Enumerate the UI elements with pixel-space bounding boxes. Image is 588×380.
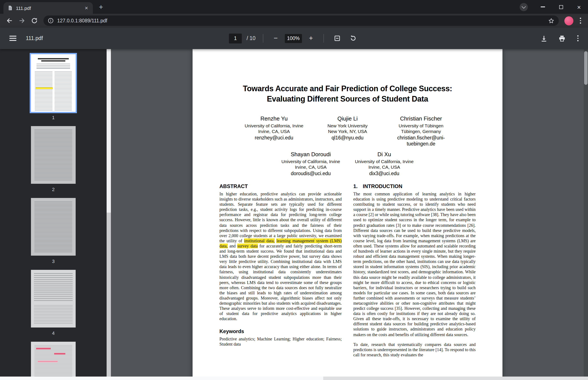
- reload-button[interactable]: [28, 15, 40, 26]
- author-affiliation: University of California, Irvine: [237, 123, 311, 129]
- url-text[interactable]: 127.0.0.1:8089/111.pdf: [57, 18, 545, 23]
- horizontal-scrollbar-thumb[interactable]: [0, 377, 323, 380]
- pdf-toolbar-right: [538, 32, 588, 44]
- abstract-heading: ABSTRACT: [219, 183, 342, 189]
- author-block: Di Xu University of California, Irvine I…: [347, 151, 421, 176]
- minimize-icon: [541, 7, 545, 7]
- tab-close-icon[interactable]: ×: [83, 4, 90, 11]
- author-email: christian.fischer@uni-tuebingen.de: [384, 135, 458, 147]
- browser-toolbar: 127.0.0.1:8089/111.pdf: [0, 14, 588, 28]
- author-affiliation: Irvine, CA, USA: [237, 129, 311, 134]
- download-icon: [540, 35, 547, 42]
- author-name: Shayan Doroudi: [274, 151, 347, 157]
- author-block: Shayan Doroudi University of California,…: [274, 151, 347, 176]
- author-affiliation: Irvine, CA, USA: [347, 164, 421, 170]
- chevron-down-icon: [522, 4, 526, 8]
- hamburger-icon: [9, 38, 16, 39]
- abstract-text: In higher education, predictive analytic…: [219, 191, 342, 322]
- author-block: Christian Fischer University of Tübingen…: [384, 115, 458, 147]
- author-affiliation: New York, NY, USA: [311, 129, 384, 134]
- author-affiliation: Irvine, CA, USA: [274, 164, 347, 170]
- main-scrollbar-thumb[interactable]: [584, 51, 588, 85]
- print-button[interactable]: [556, 32, 568, 44]
- toolbar-divider: [263, 34, 263, 43]
- thumb-title-line: [41, 60, 65, 61]
- zoom-in-button[interactable]: +: [306, 33, 316, 43]
- horizontal-scrollbar[interactable]: [0, 377, 588, 380]
- authors-row-2: Shayan Doroudi University of California,…: [219, 151, 476, 176]
- main-scrollbar[interactable]: [584, 49, 588, 380]
- author-name: Renzhe Yu: [237, 115, 311, 122]
- print-icon: [558, 35, 565, 42]
- author-affiliation: New York University: [311, 123, 384, 129]
- tab-search-button[interactable]: [520, 3, 528, 11]
- tab-title: 111.pdf: [16, 5, 80, 11]
- window-controls: ×: [520, 0, 588, 14]
- forward-arrow-icon: [18, 17, 25, 24]
- pdf-toolbar-left: 111.pdf: [0, 32, 43, 44]
- introduction-heading: 1.INTRODUCTION: [353, 183, 476, 189]
- highlighted-text: institutional data,: [244, 238, 275, 243]
- right-column: 1.INTRODUCTION The most common applicati…: [353, 183, 476, 358]
- rotate-button[interactable]: [347, 32, 359, 44]
- profile-avatar[interactable]: [564, 16, 573, 25]
- page-thumbnail-4[interactable]: [31, 270, 76, 327]
- thumbnail-page-number: 3: [52, 259, 55, 264]
- reload-icon: [31, 17, 38, 24]
- page-thumbnail-5[interactable]: [31, 342, 76, 380]
- bookmark-star-icon[interactable]: [548, 18, 554, 24]
- page-thumbnail-2[interactable]: [31, 126, 76, 184]
- maximize-button[interactable]: [552, 0, 570, 14]
- paper-title-line2: Evaluating Different Sources of Student …: [219, 94, 476, 104]
- sidebar-scrollbar-thumb[interactable]: [107, 49, 111, 213]
- page-thumbnail-1[interactable]: [31, 54, 76, 112]
- close-button[interactable]: ×: [570, 0, 588, 14]
- page-count-label: / 10: [246, 35, 256, 41]
- browser-tab[interactable]: 111.pdf ×: [3, 2, 93, 14]
- author-block: Renzhe Yu University of California, Irvi…: [237, 115, 311, 141]
- author-email: renzhey@uci.edu: [237, 135, 311, 141]
- fit-to-page-button[interactable]: [331, 32, 343, 44]
- site-info-icon[interactable]: [48, 18, 54, 24]
- author-affiliation: Tübingen, Germany: [384, 129, 458, 134]
- sidebar-menu-button[interactable]: [7, 32, 19, 44]
- author-email: ql16@nyu.edu: [311, 135, 384, 141]
- paper-title: Towards Accurate and Fair Prediction of …: [219, 83, 476, 104]
- page-thumbnail-3[interactable]: [31, 198, 76, 256]
- rotate-icon: [350, 35, 357, 42]
- new-tab-button[interactable]: +: [96, 2, 106, 13]
- pdf-more-options-icon[interactable]: [574, 35, 582, 41]
- author-name: Qiujie Li: [311, 115, 384, 122]
- thumbnail-item: 3: [0, 198, 107, 264]
- zoom-out-button[interactable]: −: [271, 33, 281, 43]
- zoom-level-display[interactable]: 100%: [285, 34, 302, 43]
- author-affiliation: University of California, Irvine: [274, 159, 347, 164]
- page-number-input[interactable]: [229, 33, 242, 43]
- back-arrow-icon: [6, 17, 13, 24]
- thumbnail-item: 1: [0, 54, 107, 120]
- close-icon: ×: [577, 4, 581, 10]
- pdf-favicon-icon: [7, 5, 13, 11]
- keywords-heading: Keywords: [219, 329, 342, 335]
- author-email: dix3@uci.edu: [347, 171, 421, 176]
- browser-menu-icon[interactable]: [576, 18, 585, 23]
- minimize-button[interactable]: [534, 0, 552, 14]
- author-block: Qiujie Li New York University New York, …: [311, 115, 384, 141]
- back-button[interactable]: [3, 15, 15, 26]
- tab-strip: 111.pdf × + ×: [0, 0, 588, 14]
- sidebar-scrollbar[interactable]: [107, 49, 111, 380]
- forward-button[interactable]: [16, 15, 28, 26]
- section-number: 1.: [353, 183, 358, 189]
- thumb-highlight-mark: [36, 87, 53, 89]
- author-name: Di Xu: [347, 151, 421, 157]
- author-affiliation: University of Tübingen: [384, 123, 458, 129]
- thumb-title-line: [38, 58, 69, 59]
- thumbnail-item: 4: [0, 270, 107, 336]
- thumbnail-item: 2: [0, 126, 107, 192]
- maximize-icon: [559, 5, 563, 9]
- download-button[interactable]: [538, 32, 550, 44]
- thumb-text-columns: [31, 71, 76, 111]
- pdf-document-title: 111.pdf: [26, 35, 43, 41]
- paper-columns: ABSTRACT In higher education, predictive…: [219, 183, 476, 358]
- url-bar[interactable]: 127.0.0.1:8089/111.pdf: [43, 16, 559, 26]
